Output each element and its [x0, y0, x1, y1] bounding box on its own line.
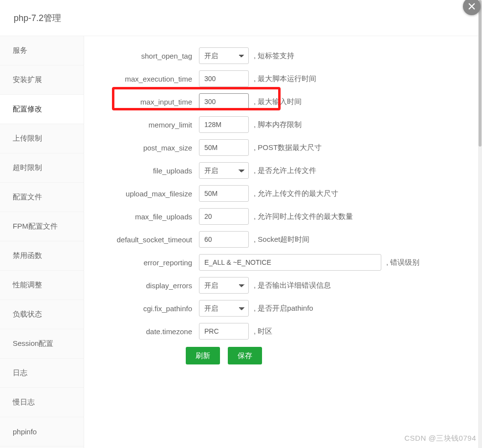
display-errors-select[interactable]: 开启: [199, 277, 249, 294]
save-button[interactable]: 保存: [228, 347, 262, 364]
sidebar-item-label: 禁用函数: [13, 251, 42, 260]
row-max-file-uploads: max_file_uploads , 允许同时上传文件的最大数量: [99, 208, 463, 225]
sidebar-item-fpm-config-file[interactable]: FPM配置文件: [0, 212, 84, 241]
sidebar-item-label: phpinfo: [13, 427, 37, 436]
sidebar-item-label: 配置修改: [13, 105, 42, 114]
sidebar-item-label: 配置文件: [13, 192, 42, 202]
refresh-button[interactable]: 刷新: [186, 347, 220, 364]
error-reporting-input[interactable]: [199, 254, 381, 271]
sidebar-item-label: 上传限制: [13, 134, 42, 143]
dialog: php-7.2管理 服务 安装扩展 配置修改 上传限制 超时限制 配置文件 FP…: [0, 0, 478, 448]
row-display-errors: display_errors 开启 , 是否输出详细错误信息: [99, 277, 463, 294]
row-file-uploads: file_uploads 开启 , 是否允许上传文件: [99, 162, 463, 179]
row-post-max-size: post_max_size , POST数据最大尺寸: [99, 139, 463, 156]
field-desc: , 错误级别: [386, 258, 419, 267]
field-label: upload_max_filesize: [99, 190, 199, 198]
field-desc: , 是否开启pathinfo: [254, 304, 313, 313]
field-desc: , 最大脚本运行时间: [254, 74, 316, 84]
sidebar-item-label: 性能调整: [13, 280, 42, 290]
memory-limit-input[interactable]: [199, 116, 249, 133]
sidebar-item-timeout-limit[interactable]: 超时限制: [0, 153, 84, 183]
dialog-body: 服务 安装扩展 配置修改 上传限制 超时限制 配置文件 FPM配置文件 禁用函数…: [0, 36, 478, 448]
sidebar-item-config-edit[interactable]: 配置修改: [0, 95, 84, 124]
field-label: date.timezone: [99, 327, 199, 336]
sidebar-item-config-file[interactable]: 配置文件: [0, 183, 84, 212]
row-default-socket-timeout: default_socket_timeout , Socket超时时间: [99, 231, 463, 248]
max-input-time-input[interactable]: [199, 93, 249, 110]
sidebar-item-install-ext[interactable]: 安装扩展: [0, 65, 84, 95]
sidebar: 服务 安装扩展 配置修改 上传限制 超时限制 配置文件 FPM配置文件 禁用函数…: [0, 36, 84, 448]
row-error-reporting: error_reporting , 错误级别: [99, 254, 463, 271]
sidebar-item-disabled-funcs[interactable]: 禁用函数: [0, 241, 84, 271]
sidebar-item-performance[interactable]: 性能调整: [0, 271, 84, 300]
max-execution-time-input[interactable]: [199, 70, 249, 87]
row-upload-max-filesize: upload_max_filesize , 允许上传文件的最大尺寸: [99, 185, 463, 202]
sidebar-item-phpinfo[interactable]: phpinfo: [0, 417, 84, 447]
sidebar-item-session-config[interactable]: Session配置: [0, 329, 84, 359]
field-label: max_file_uploads: [99, 213, 199, 221]
field-desc: , 是否输出详细错误信息: [254, 281, 331, 290]
field-desc: , POST数据最大尺寸: [254, 143, 322, 152]
field-label: max_input_time: [99, 98, 199, 106]
row-max-execution-time: max_execution_time , 最大脚本运行时间: [99, 70, 463, 87]
row-max-input-time: max_input_time , 最大输入时间: [99, 93, 463, 110]
sidebar-item-log[interactable]: 日志: [0, 359, 84, 388]
button-row: 刷新 保存: [186, 347, 463, 364]
sidebar-item-slow-log[interactable]: 慢日志: [0, 388, 84, 417]
main-panel: short_open_tag 开启 , 短标签支持 max_execution_…: [84, 36, 478, 448]
field-label: display_errors: [99, 281, 199, 290]
field-label: post_max_size: [99, 144, 199, 152]
sidebar-item-label: 日志: [13, 368, 27, 378]
scrollbar[interactable]: [478, 0, 482, 448]
row-cgi-fix-pathinfo: cgi.fix_pathinfo 开启 , 是否开启pathinfo: [99, 299, 463, 317]
field-label: short_open_tag: [99, 52, 199, 60]
date-timezone-input[interactable]: [199, 323, 249, 340]
field-label: cgi.fix_pathinfo: [99, 304, 199, 313]
sidebar-item-label: 负载状态: [13, 310, 42, 319]
field-label: error_reporting: [99, 258, 199, 267]
field-desc: , 允许同时上传文件的最大数量: [254, 212, 353, 221]
field-desc: , 脚本内存限制: [254, 120, 302, 129]
field-desc: , 短标签支持: [254, 51, 294, 61]
field-desc: , 最大输入时间: [254, 97, 302, 107]
max-file-uploads-input[interactable]: [199, 208, 249, 225]
sidebar-item-label: FPM配置文件: [13, 222, 58, 231]
field-label: file_uploads: [99, 167, 199, 175]
cgi-fix-pathinfo-select[interactable]: 开启: [199, 300, 249, 317]
short-open-tag-select[interactable]: 开启: [199, 47, 249, 64]
field-label: memory_limit: [99, 121, 199, 129]
sidebar-item-label: 超时限制: [13, 163, 42, 172]
upload-max-filesize-input[interactable]: [199, 185, 249, 202]
field-label: default_socket_timeout: [99, 235, 199, 244]
row-memory-limit: memory_limit , 脚本内存限制: [99, 116, 463, 133]
field-desc: , Socket超时时间: [254, 235, 309, 244]
sidebar-item-upload-limit[interactable]: 上传限制: [0, 124, 84, 153]
sidebar-item-label: 安装扩展: [13, 75, 42, 85]
dialog-title: php-7.2管理: [0, 0, 478, 36]
field-desc: , 时区: [254, 327, 272, 336]
field-desc: , 是否允许上传文件: [254, 166, 316, 175]
field-desc: , 允许上传文件的最大尺寸: [254, 189, 338, 198]
row-date-timezone: date.timezone , 时区: [99, 322, 463, 340]
file-uploads-select[interactable]: 开启: [199, 162, 249, 179]
sidebar-item-service[interactable]: 服务: [0, 36, 84, 65]
sidebar-item-load-status[interactable]: 负载状态: [0, 300, 84, 329]
field-label: max_execution_time: [99, 75, 199, 83]
default-socket-timeout-input[interactable]: [199, 231, 249, 248]
close-icon: [467, 2, 476, 11]
sidebar-item-label: Session配置: [13, 339, 53, 348]
sidebar-item-label: 服务: [13, 46, 27, 55]
row-short-open-tag: short_open_tag 开启 , 短标签支持: [99, 47, 463, 64]
sidebar-item-label: 慢日志: [13, 398, 35, 407]
post-max-size-input[interactable]: [199, 139, 249, 156]
